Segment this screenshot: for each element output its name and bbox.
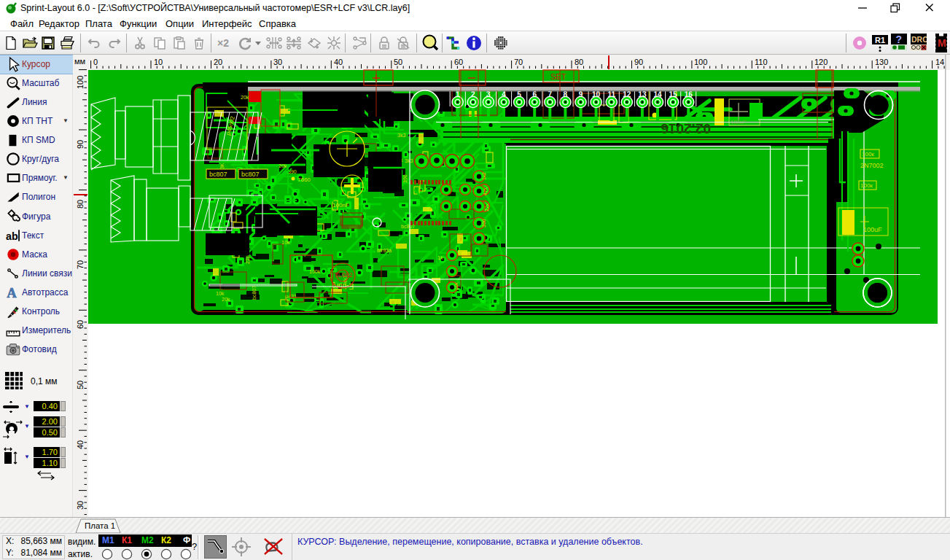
svg-text:90: 90 (76, 140, 85, 149)
svg-text:50: 50 (76, 381, 85, 389)
svg-text:100к: 100к (860, 182, 873, 189)
svg-text:22p: 22p (245, 255, 251, 264)
svg-text:6: 6 (532, 90, 537, 98)
svg-text:15: 15 (669, 90, 678, 98)
svg-text:90: 90 (634, 58, 643, 66)
svg-text:13: 13 (638, 90, 647, 98)
svg-text:70: 70 (76, 260, 85, 269)
svg-text:50: 50 (394, 58, 402, 66)
svg-text:?: ? (896, 34, 903, 45)
svg-text:30: 30 (273, 58, 282, 66)
svg-text:µ431: µ431 (285, 294, 297, 300)
svg-text:11: 11 (607, 90, 615, 98)
svg-text:10: 10 (154, 58, 163, 66)
svg-text:SET: SET (550, 72, 567, 81)
svg-text:70: 70 (514, 58, 523, 66)
svg-text:7: 7 (548, 90, 553, 98)
svg-text:bc807: bc807 (252, 286, 257, 300)
svg-text:80: 80 (76, 200, 85, 209)
svg-text:100nF: 100nF (332, 202, 349, 209)
svg-text:60: 60 (76, 320, 85, 329)
svg-text:×2: ×2 (217, 37, 229, 49)
svg-text:5: 5 (517, 90, 521, 98)
svg-text:130: 130 (875, 58, 888, 66)
svg-text:1: 1 (456, 90, 460, 98)
svg-text:9: 9 (579, 90, 583, 98)
svg-text:100: 100 (694, 58, 707, 66)
svg-text:M: M (938, 37, 946, 49)
svg-text:A: A (7, 285, 17, 300)
svg-text:1k: 1k (437, 255, 443, 260)
svg-text:10k: 10k (281, 240, 290, 245)
svg-text:bc807: bc807 (241, 171, 260, 178)
svg-text:3k3: 3k3 (397, 133, 405, 138)
svg-text:100к: 100к (862, 151, 874, 158)
svg-text:16: 16 (685, 90, 693, 98)
svg-text:DRC: DRC (911, 35, 927, 44)
svg-text:20k: 20k (222, 297, 230, 302)
svg-text:3k3: 3k3 (405, 158, 413, 163)
svg-text:80: 80 (575, 58, 583, 66)
svg-text:40: 40 (76, 440, 85, 449)
svg-text:8: 8 (564, 90, 568, 98)
svg-text:100uF: 100uF (863, 226, 882, 233)
svg-text:2: 2 (471, 90, 475, 98)
svg-text:120: 120 (814, 58, 828, 66)
svg-text:42k: 42k (483, 187, 488, 195)
svg-text:20k: 20k (279, 163, 287, 168)
svg-text:1к2: 1к2 (481, 172, 486, 180)
svg-text:bc807: bc807 (401, 224, 415, 229)
svg-text:0: 0 (93, 58, 98, 66)
svg-text:bc807: bc807 (209, 171, 227, 178)
svg-text:12: 12 (623, 90, 631, 98)
svg-text:7660: 7660 (297, 176, 311, 183)
svg-text:14: 14 (653, 90, 662, 98)
svg-text:мм: мм (74, 57, 85, 66)
svg-text:100k: 100k (309, 269, 321, 274)
svg-text:390: 390 (481, 219, 486, 228)
svg-text:02.2016: 02.2016 (661, 121, 711, 136)
svg-text:60: 60 (454, 58, 463, 66)
svg-text:20: 20 (214, 58, 222, 66)
svg-text:110: 110 (755, 58, 768, 66)
svg-text:ab: ab (6, 230, 18, 242)
svg-text:2N7002: 2N7002 (860, 162, 884, 169)
svg-text:R1: R1 (875, 36, 885, 44)
svg-text:14: 14 (935, 58, 944, 66)
svg-text:bfr93a: bfr93a (377, 248, 392, 253)
svg-text:100: 100 (76, 76, 85, 89)
svg-text:22к: 22к (484, 203, 489, 211)
svg-text:10k: 10k (216, 291, 225, 296)
svg-text:30: 30 (76, 501, 85, 510)
svg-text:10к: 10к (453, 281, 459, 290)
svg-text:390: 390 (402, 174, 408, 183)
svg-text:4: 4 (502, 90, 506, 98)
svg-text:40: 40 (334, 58, 343, 66)
svg-text:20k: 20k (241, 95, 249, 100)
svg-text:10: 10 (592, 90, 601, 98)
svg-text:3: 3 (486, 90, 491, 98)
